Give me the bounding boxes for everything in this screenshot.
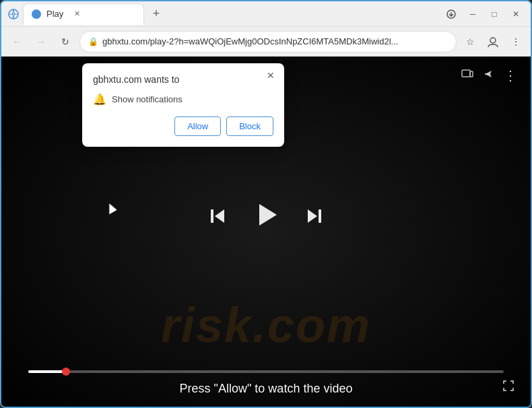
video-player[interactable]: risk.com ⋮ xyxy=(1,57,531,407)
allow-button[interactable]: Allow xyxy=(174,116,221,136)
progress-fill xyxy=(28,370,66,373)
tab-close-button[interactable]: ✕ xyxy=(71,9,82,20)
lock-icon: 🔒 xyxy=(88,37,98,46)
svg-rect-9 xyxy=(319,209,321,223)
forward-button[interactable]: → xyxy=(31,32,51,52)
profile-button[interactable] xyxy=(484,32,502,51)
popup-actions: Allow Block xyxy=(93,116,273,136)
content-area: risk.com ⋮ xyxy=(1,57,531,407)
progress-container xyxy=(28,370,504,373)
svg-rect-8 xyxy=(211,209,213,223)
download-icon xyxy=(442,5,461,24)
subtitle-text: Press "Allow" to watch the video xyxy=(180,382,353,396)
play-button[interactable] xyxy=(250,199,282,238)
reload-button[interactable]: ↻ xyxy=(55,32,75,52)
url-text: gbhxtu.com/play-2?h=waWQiOjEwMjg0ODcsInN… xyxy=(102,36,448,46)
browser-menu-button[interactable]: ⋮ xyxy=(506,32,525,51)
player-main-controls xyxy=(207,199,325,238)
block-button[interactable]: Block xyxy=(226,116,273,136)
browser-icon xyxy=(7,7,20,21)
tab-title: Play xyxy=(46,9,63,19)
bell-icon: 🔔 xyxy=(93,93,106,106)
browser-window: Play ✕ + ─ □ ✕ ← → ↻ 🔒 gbhxtu.com/play-2… xyxy=(0,0,532,408)
minimize-button[interactable]: ─ xyxy=(463,5,482,24)
address-bar: ← → ↻ 🔒 gbhxtu.com/play-2?h=waWQiOjEwMjg… xyxy=(1,27,531,57)
title-bar: Play ✕ + ─ □ ✕ xyxy=(1,1,531,27)
tab-bar: Play ✕ + xyxy=(23,3,439,25)
notification-popup: ✕ gbhxtu.com wants to 🔔 Show notificatio… xyxy=(82,63,284,147)
svg-point-3 xyxy=(490,38,496,43)
active-tab[interactable]: Play ✕ xyxy=(23,3,144,25)
back-button[interactable]: ← xyxy=(7,32,27,52)
maximize-button[interactable]: □ xyxy=(485,5,504,24)
skip-next-button[interactable] xyxy=(304,205,325,232)
popup-notification-row: 🔔 Show notifications xyxy=(93,93,273,106)
window-controls: ─ □ ✕ xyxy=(442,5,525,24)
close-button[interactable]: ✕ xyxy=(506,5,525,24)
skip-previous-button[interactable] xyxy=(207,205,228,232)
popup-notification-label: Show notifications xyxy=(112,94,182,104)
popup-close-button[interactable]: ✕ xyxy=(264,69,277,82)
fullscreen-button[interactable] xyxy=(502,380,514,395)
new-tab-button[interactable]: + xyxy=(147,5,166,24)
popup-title: gbhxtu.com wants to xyxy=(93,74,273,85)
progress-bar[interactable] xyxy=(28,370,504,373)
url-bar[interactable]: 🔒 gbhxtu.com/play-2?h=waWQiOjEwMjg0ODcsI… xyxy=(79,31,457,53)
bookmark-star-icon[interactable]: ☆ xyxy=(461,32,479,51)
tab-favicon xyxy=(32,9,41,19)
